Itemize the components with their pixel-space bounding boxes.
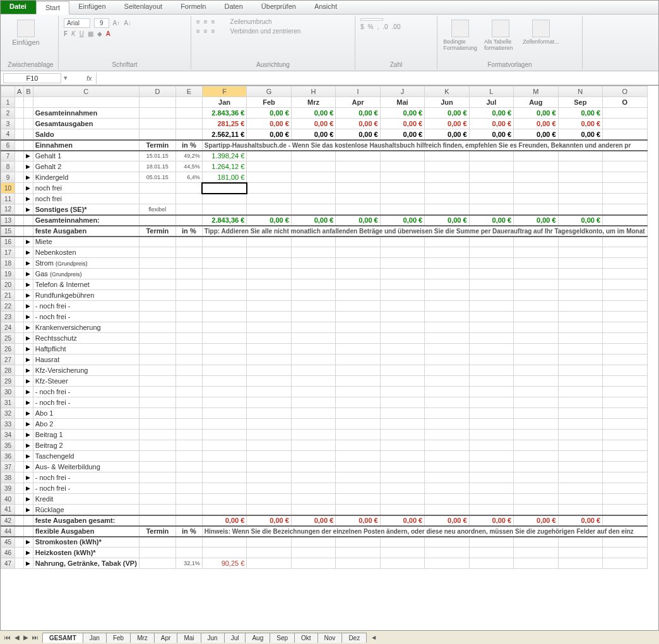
row-header-41[interactable]: 41 — [1, 505, 15, 515]
merge-center-button[interactable]: Verbinden und zentrieren — [230, 28, 301, 35]
sheet-tab-gesamt[interactable]: GESAMT — [42, 633, 83, 643]
sheet-tab-jan[interactable]: Jan — [83, 633, 107, 643]
row-header-3[interactable]: 3 — [1, 119, 15, 129]
row-header-38[interactable]: 38 — [1, 472, 15, 483]
align-middle-icon[interactable]: ≡ — [204, 18, 208, 25]
align-left-icon[interactable]: ≡ — [196, 28, 200, 35]
row-header-37[interactable]: 37 — [1, 462, 15, 472]
align-right-icon[interactable]: ≡ — [211, 28, 215, 35]
cell-styles-button[interactable]: Zellenformat... — [522, 17, 560, 54]
align-bottom-icon[interactable]: ≡ — [211, 18, 215, 25]
tab-start[interactable]: Start — [36, 1, 69, 15]
format-as-table-button[interactable]: Als Tabelle formatieren — [482, 17, 519, 54]
row-header-45[interactable]: 45 — [1, 537, 15, 547]
row-header-35[interactable]: 35 — [1, 440, 15, 451]
column-header-J[interactable]: J — [380, 86, 424, 97]
sheet-nav-next-icon[interactable]: ▶ — [21, 634, 30, 641]
row-header-32[interactable]: 32 — [1, 408, 15, 419]
column-header-N[interactable]: N — [558, 86, 602, 97]
percent-icon[interactable]: % — [368, 23, 374, 30]
sheet-tab-apr[interactable]: Apr — [154, 633, 178, 643]
column-header-L[interactable]: L — [469, 86, 513, 97]
row-header-6[interactable]: 6 — [1, 140, 15, 151]
row-header-39[interactable]: 39 — [1, 483, 15, 494]
row-header-33[interactable]: 33 — [1, 419, 15, 430]
row-header-8[interactable]: 8 — [1, 161, 15, 172]
decrease-decimal-icon[interactable]: .00 — [392, 23, 401, 30]
sheet-tab-dez[interactable]: Dez — [341, 633, 367, 643]
row-header-40[interactable]: 40 — [1, 494, 15, 505]
sheet-tab-feb[interactable]: Feb — [106, 633, 131, 643]
file-tab[interactable]: Datei — [1, 1, 36, 14]
conditional-formatting-button[interactable]: Bedingte Formatierung — [441, 17, 479, 54]
row-header-11[interactable]: 11 — [1, 194, 15, 204]
formula-bar[interactable] — [96, 73, 658, 84]
row-header-21[interactable]: 21 — [1, 290, 15, 301]
row-header-31[interactable]: 31 — [1, 397, 15, 408]
row-header-30[interactable]: 30 — [1, 387, 15, 397]
column-header-B[interactable]: B — [24, 86, 33, 97]
select-all-corner[interactable] — [1, 86, 15, 97]
sheet-tab-mai[interactable]: Mai — [177, 633, 201, 643]
tab-einfuegen[interactable]: Einfügen — [69, 1, 115, 14]
column-header-M[interactable]: M — [514, 86, 558, 97]
row-header-9[interactable]: 9 — [1, 172, 15, 183]
currency-icon[interactable]: $ — [360, 23, 364, 30]
tab-ueberpruefen[interactable]: Überprüfen — [252, 1, 306, 14]
row-header-26[interactable]: 26 — [1, 344, 15, 354]
sheet-tab-nov[interactable]: Nov — [318, 633, 343, 643]
sheet-tab-sep[interactable]: Sep — [270, 633, 295, 643]
row-header-2[interactable]: 2 — [1, 108, 15, 119]
align-top-icon[interactable]: ≡ — [196, 18, 200, 25]
paste-button[interactable]: Einfügen — [7, 17, 45, 49]
column-header-D[interactable]: D — [139, 86, 175, 97]
spreadsheet-grid[interactable]: ABCDEFGHIJKLMNO1JanFebMrzAprMaiJunJulAug… — [1, 85, 658, 629]
tab-seitenlayout[interactable]: Seitenlayout — [116, 1, 172, 14]
sheet-nav-prev-icon[interactable]: ◀ — [13, 634, 21, 641]
row-header-1[interactable]: 1 — [1, 97, 15, 108]
row-header-16[interactable]: 16 — [1, 237, 15, 247]
column-header-C[interactable]: C — [33, 86, 139, 97]
tab-ansicht[interactable]: Ansicht — [306, 1, 347, 14]
row-header-23[interactable]: 23 — [1, 312, 15, 322]
sheet-nav-first-icon[interactable]: ⏮ — [3, 634, 13, 641]
row-header-10[interactable]: 10 — [1, 183, 15, 194]
row-header-18[interactable]: 18 — [1, 258, 15, 269]
number-format-combo[interactable] — [360, 18, 383, 21]
sheet-tab-jul[interactable]: Jul — [224, 633, 246, 643]
row-header-22[interactable]: 22 — [1, 301, 15, 312]
row-header-46[interactable]: 46 — [1, 547, 15, 558]
row-header-29[interactable]: 29 — [1, 376, 15, 387]
row-header-25[interactable]: 25 — [1, 333, 15, 344]
font-name-combo[interactable]: Arial — [64, 18, 90, 28]
increase-decimal-icon[interactable]: .0 — [383, 23, 388, 30]
row-header-28[interactable]: 28 — [1, 365, 15, 376]
column-header-H[interactable]: H — [291, 86, 335, 97]
namebox-dropdown-icon[interactable]: ▾ — [64, 74, 68, 82]
underline-button[interactable]: U — [80, 30, 84, 37]
tab-formeln[interactable]: Formeln — [172, 1, 215, 14]
column-header-F[interactable]: F — [202, 86, 246, 97]
sheet-nav-last-icon[interactable]: ⏭ — [30, 634, 40, 641]
sheet-tab-okt[interactable]: Okt — [294, 633, 318, 643]
sheet-tab-aug[interactable]: Aug — [245, 633, 270, 643]
wrap-text-button[interactable]: Zeilenumbruch — [230, 18, 272, 25]
row-header-7[interactable]: 7 — [1, 151, 15, 161]
column-header-K[interactable]: K — [425, 86, 469, 97]
font-color-button[interactable]: A — [106, 30, 110, 37]
fill-color-button[interactable]: ◆ — [97, 30, 102, 37]
comma-icon[interactable]: , — [377, 23, 379, 30]
border-button[interactable]: ▦ — [88, 30, 93, 37]
row-header-24[interactable]: 24 — [1, 322, 15, 333]
font-size-combo[interactable]: 9 — [94, 18, 109, 28]
row-header-36[interactable]: 36 — [1, 451, 15, 462]
align-center-icon[interactable]: ≡ — [204, 28, 208, 35]
row-header-27[interactable]: 27 — [1, 354, 15, 365]
tab-daten[interactable]: Daten — [215, 1, 252, 14]
name-box[interactable]: F10 — [3, 73, 61, 83]
row-header-47[interactable]: 47 — [1, 558, 15, 569]
row-header-4[interactable]: 4 — [1, 129, 15, 140]
column-header-E[interactable]: E — [175, 86, 202, 97]
italic-button[interactable]: K — [71, 30, 76, 37]
bold-button[interactable]: F — [64, 30, 68, 37]
